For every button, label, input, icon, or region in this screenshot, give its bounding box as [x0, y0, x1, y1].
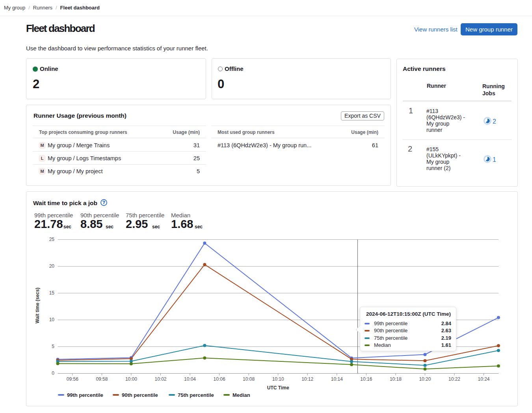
svg-text:10:14: 10:14 [331, 376, 343, 382]
svg-text:Wait time (secs): Wait time (secs) [35, 288, 40, 324]
svg-text:10:20: 10:20 [419, 376, 431, 382]
svg-text:09:58: 09:58 [96, 376, 108, 382]
svg-text:90th percentile: 90th percentile [122, 392, 158, 398]
svg-text:10:06: 10:06 [214, 376, 225, 382]
svg-text:10:12: 10:12 [301, 376, 313, 382]
svg-text:UTC Time: UTC Time [267, 385, 289, 391]
svg-text:10:00: 10:00 [125, 376, 137, 382]
svg-text:10:04: 10:04 [184, 376, 196, 382]
svg-text:10:22: 10:22 [448, 376, 460, 382]
svg-text:0: 0 [52, 370, 54, 376]
svg-text:09:56: 09:56 [67, 376, 78, 382]
svg-text:99th percentile: 99th percentile [67, 392, 103, 398]
svg-text:5: 5 [52, 344, 54, 349]
svg-text:Median: Median [233, 392, 250, 398]
svg-text:20: 20 [49, 263, 55, 269]
svg-text:10:10: 10:10 [272, 376, 284, 382]
svg-text:10: 10 [49, 317, 55, 322]
svg-text:10:16: 10:16 [360, 376, 372, 382]
svg-text:75th percentile: 75th percentile [178, 392, 214, 398]
svg-text:10:08: 10:08 [243, 376, 255, 382]
svg-text:15: 15 [49, 290, 55, 296]
svg-text:25: 25 [49, 237, 55, 242]
svg-text:10:02: 10:02 [154, 376, 166, 382]
svg-text:10:24: 10:24 [478, 376, 489, 382]
svg-text:10:18: 10:18 [390, 376, 402, 382]
